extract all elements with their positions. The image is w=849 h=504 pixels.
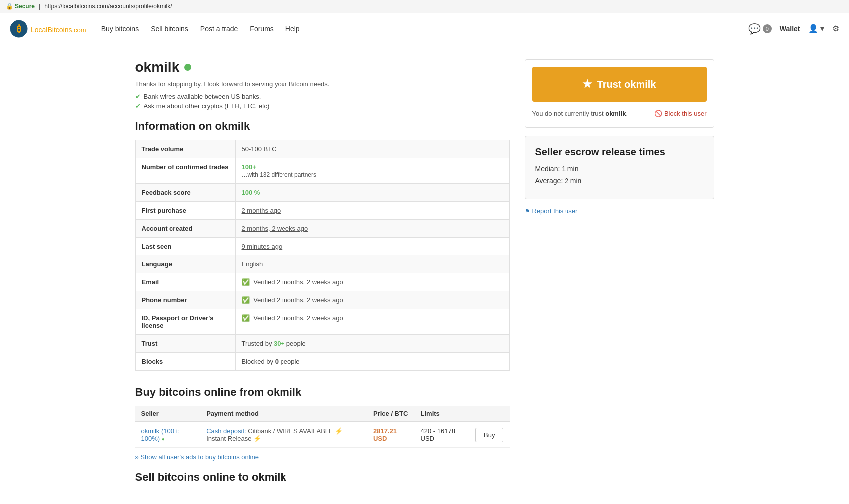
profile-header: okmilk — [135, 59, 510, 75]
brand-name: LocalBitcoins.com — [31, 22, 86, 35]
email-check-icon: ✅ — [242, 278, 250, 286]
buy-row-seller: okmilk (100+; 100%) ● — [135, 422, 201, 448]
report-user-link[interactable]: Report this user — [525, 207, 714, 215]
localbitcoins-logo-icon: ₿ — [10, 20, 28, 38]
nav-buy-bitcoins[interactable]: Buy bitcoins — [101, 25, 139, 33]
table-row: Email ✅ Verified 2 months, 2 weeks ago — [135, 273, 509, 291]
seller-link[interactable]: okmilk (100+; 100%) — [141, 427, 180, 442]
col-seller: Seller — [135, 406, 201, 422]
last-seen-value: 9 minutes ago — [242, 243, 283, 250]
id-verified-date: 2 months, 2 weeks ago — [277, 314, 343, 322]
row-value: 2 months ago — [235, 202, 509, 220]
col-payment: Payment method — [200, 406, 367, 422]
account-created-value: 2 months, 2 weeks ago — [242, 225, 308, 232]
row-value: English — [235, 255, 509, 273]
trust-count: 30+ — [274, 340, 284, 347]
row-value: 100 % — [235, 184, 509, 202]
phone-verified-date: 2 months, 2 weeks ago — [277, 296, 343, 304]
email-verified-text: Verified — [253, 278, 277, 286]
row-value: 2 months, 2 weeks ago — [235, 220, 509, 238]
buy-table-row: okmilk (100+; 100%) ● Cash deposit: Citi… — [135, 422, 510, 448]
profile-username: okmilk — [135, 59, 180, 75]
col-limits: Limits — [415, 406, 469, 422]
table-row: Number of confirmed trades 100+ …with 13… — [135, 158, 509, 184]
row-label: Feedback score — [135, 184, 235, 202]
row-label: Trade volume — [135, 140, 235, 158]
row-value: ✅ Verified 2 months, 2 weeks ago — [235, 291, 509, 309]
trust-button-label: Trust okmilk — [597, 79, 656, 90]
nav-sell-bitcoins[interactable]: Sell bitcoins — [151, 25, 188, 33]
trust-status-text: You do not currently trust okmilk. — [532, 110, 628, 117]
star-icon: ★ — [582, 78, 592, 91]
chat-icon[interactable]: 💬 0 — [748, 23, 772, 35]
table-row: ID, Passport or Driver's license ✅ Verif… — [135, 309, 509, 335]
table-row: Phone number ✅ Verified 2 months, 2 week… — [135, 291, 509, 309]
nav-forums[interactable]: Forums — [250, 25, 273, 33]
svg-text:₿: ₿ — [17, 24, 21, 34]
feature-item: Ask me about other cryptos (ETH, LTC, et… — [135, 102, 510, 110]
profile-features: Bank wires available between US banks. A… — [135, 93, 510, 110]
buy-row-action: Buy — [469, 422, 509, 448]
row-label: Account created — [135, 220, 235, 238]
row-label: Blocks — [135, 353, 235, 371]
trust-user-button[interactable]: ★ Trust okmilk — [532, 67, 707, 102]
escrow-average: Average: 2 min — [535, 177, 704, 185]
col-price: Price / BTC — [367, 406, 415, 422]
trust-info: You do not currently trust okmilk. 🚫 Blo… — [532, 107, 707, 120]
table-row: Language English — [135, 255, 509, 273]
buy-row-payment: Cash deposit: Citibank / WIRES AVAILABLE… — [200, 422, 367, 448]
first-purchase-value: 2 months ago — [242, 207, 281, 214]
escrow-box: Seller escrow release times Median: 1 mi… — [525, 136, 714, 199]
user-icon[interactable]: 👤 ▾ — [808, 24, 824, 33]
table-row: Last seen 9 minutes ago — [135, 238, 509, 255]
table-row: Account created 2 months, 2 weeks ago — [135, 220, 509, 238]
buy-table-header-row: Seller Payment method Price / BTC Limits — [135, 406, 510, 422]
row-label: Email — [135, 273, 235, 291]
show-all-ads-link[interactable]: Show all user's ads to buy bitcoins onli… — [135, 453, 259, 461]
row-value: ✅ Verified 2 months, 2 weeks ago — [235, 273, 509, 291]
left-column: okmilk Thanks for stopping by. I look fo… — [135, 59, 510, 487]
main-container: okmilk Thanks for stopping by. I look fo… — [125, 44, 724, 502]
confirmed-trades-sub: …with 132 different partners — [242, 171, 317, 178]
row-value: Trusted by 30+ people — [235, 335, 509, 353]
brand-logo-link[interactable]: ₿ LocalBitcoins.com — [10, 20, 86, 38]
sell-section: Sell bitcoins online to okmilk — [135, 471, 510, 486]
info-title: Information on okmilk — [135, 120, 510, 133]
row-label: Phone number — [135, 291, 235, 309]
block-user-link[interactable]: 🚫 Block this user — [654, 110, 707, 117]
row-label: ID, Passport or Driver's license — [135, 309, 235, 335]
section-divider — [135, 486, 510, 486]
navbar: ₿ LocalBitcoins.com Buy bitcoins Sell bi… — [0, 13, 849, 44]
info-section: Information on okmilk Trade volume 50-10… — [135, 120, 510, 371]
nav-post-trade[interactable]: Post a trade — [200, 25, 238, 33]
buy-table: Seller Payment method Price / BTC Limits… — [135, 406, 510, 448]
phone-check-icon: ✅ — [242, 296, 250, 304]
row-label: Trust — [135, 335, 235, 353]
buy-section: Buy bitcoins online from okmilk Seller P… — [135, 386, 510, 461]
block-label: Block this user — [664, 110, 707, 117]
phone-verified-text: Verified — [253, 296, 277, 304]
nav-right: 💬 0 Wallet 👤 ▾ ⚙ — [748, 23, 839, 35]
col-action — [469, 406, 509, 422]
right-column: ★ Trust okmilk You do not currently trus… — [525, 59, 714, 487]
settings-icon[interactable]: ⚙ — [832, 24, 839, 33]
feedback-score: 100 % — [242, 189, 260, 196]
table-row: First purchase 2 months ago — [135, 202, 509, 220]
buy-section-title: Buy bitcoins online from okmilk — [135, 386, 510, 399]
wallet-link[interactable]: Wallet — [780, 25, 800, 33]
trust-status-username: okmilk — [605, 110, 626, 117]
nav-links: Buy bitcoins Sell bitcoins Post a trade … — [101, 25, 748, 33]
confirmed-trades-value: 100+ — [242, 163, 256, 171]
buy-now-button[interactable]: Buy — [475, 428, 503, 442]
trust-box: ★ Trust okmilk You do not currently trus… — [525, 59, 714, 128]
row-value: Blocked by 0 people — [235, 353, 509, 371]
block-icon: 🚫 — [654, 110, 662, 117]
row-value: 50-100 BTC — [235, 140, 509, 158]
nav-help[interactable]: Help — [285, 25, 300, 33]
row-label: First purchase — [135, 202, 235, 220]
divider: | — [39, 3, 40, 10]
buy-row-limits: 420 - 16178 USD — [415, 422, 469, 448]
payment-method-link[interactable]: Cash deposit: — [206, 427, 246, 435]
sell-section-title: Sell bitcoins online to okmilk — [135, 471, 510, 484]
row-label: Number of confirmed trades — [135, 158, 235, 184]
